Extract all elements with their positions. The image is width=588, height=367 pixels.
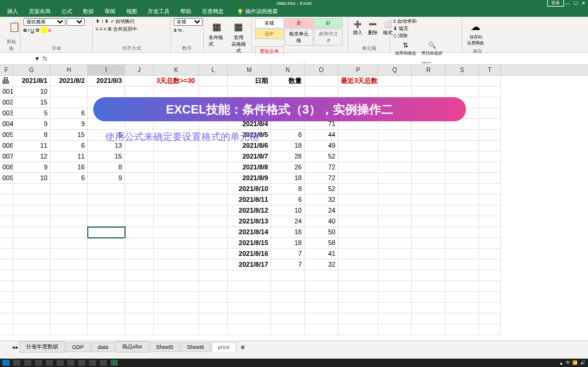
empty-cell[interactable]	[0, 292, 13, 303]
close-icon[interactable]: ✕	[581, 1, 586, 6]
data-cell[interactable]	[412, 249, 446, 259]
underline-button[interactable]: U	[31, 28, 34, 33]
col-header-N[interactable]: N	[271, 65, 305, 75]
data-cell[interactable]	[446, 227, 479, 238]
data-cell[interactable]: 12	[13, 151, 51, 162]
data-cell[interactable]: 9	[88, 173, 125, 184]
empty-cell[interactable]	[271, 324, 305, 335]
minimize-icon[interactable]: —	[565, 1, 570, 6]
header-cell[interactable]: 最近3天总数>=70	[338, 76, 378, 86]
empty-cell[interactable]	[13, 270, 51, 281]
search-icon[interactable]	[13, 360, 20, 366]
empty-cell[interactable]	[338, 324, 378, 335]
baidu-save-button[interactable]: ☁ 保存到 百度网盘	[465, 18, 486, 47]
data-cell[interactable]	[154, 151, 199, 162]
data-cell[interactable]	[338, 216, 378, 227]
data-cell[interactable]	[199, 151, 228, 162]
baidu-icon[interactable]	[100, 360, 107, 366]
maximize-icon[interactable]: ☐	[574, 1, 578, 6]
data-cell[interactable]: 41	[305, 249, 338, 259]
sheet-tab[interactable]: price	[212, 342, 237, 352]
data-cell[interactable]: 72	[305, 173, 338, 184]
start-icon[interactable]	[2, 360, 10, 366]
col-header-P[interactable]: P	[338, 65, 378, 75]
add-sheet-icon[interactable]: ⊕	[237, 343, 249, 351]
data-cell[interactable]	[51, 195, 88, 205]
data-cell[interactable]	[412, 151, 446, 162]
data-cell[interactable]	[13, 227, 51, 238]
data-cell[interactable]	[479, 119, 501, 130]
empty-cell[interactable]	[228, 281, 271, 292]
style-explain[interactable]: 解释性文本	[314, 29, 343, 46]
data-cell[interactable]	[412, 162, 446, 173]
empty-cell[interactable]	[199, 281, 228, 292]
empty-cell[interactable]	[199, 292, 228, 303]
data-cell[interactable]	[479, 259, 501, 270]
data-cell[interactable]	[51, 205, 88, 216]
data-cell[interactable]	[154, 184, 199, 195]
empty-cell[interactable]	[412, 281, 446, 292]
data-cell[interactable]	[199, 216, 228, 227]
tab-view[interactable]: 视图	[121, 7, 142, 17]
data-cell[interactable]: 2021/8/15	[228, 238, 271, 249]
data-cell[interactable]	[446, 141, 479, 151]
data-cell[interactable]	[88, 259, 125, 270]
tab-dev[interactable]: 开发工具	[143, 7, 174, 17]
data-cell[interactable]	[378, 259, 412, 270]
empty-cell[interactable]	[271, 270, 305, 281]
data-cell[interactable]	[13, 205, 51, 216]
sheet-tab[interactable]: GDP	[66, 342, 91, 352]
data-cell[interactable]	[378, 141, 412, 151]
data-cell[interactable]	[154, 205, 199, 216]
data-cell[interactable]: 8	[271, 184, 305, 195]
empty-cell[interactable]	[199, 324, 228, 335]
empty-cell[interactable]	[378, 314, 412, 324]
data-cell[interactable]: 26	[271, 162, 305, 173]
excel-icon[interactable]	[111, 360, 118, 366]
data-cell[interactable]	[338, 249, 378, 259]
header-cell[interactable]: 3天总数>=30	[154, 76, 199, 86]
data-cell[interactable]: 002	[0, 97, 13, 108]
data-cell[interactable]: 9	[51, 119, 88, 130]
data-cell[interactable]: 7	[271, 259, 305, 270]
data-cell[interactable]	[0, 216, 13, 227]
data-cell[interactable]	[446, 86, 479, 97]
empty-cell[interactable]	[88, 314, 125, 324]
data-cell[interactable]	[338, 259, 378, 270]
data-cell[interactable]	[199, 227, 228, 238]
empty-cell[interactable]	[479, 303, 501, 314]
empty-cell[interactable]	[88, 270, 125, 281]
data-cell[interactable]	[412, 173, 446, 184]
data-cell[interactable]: 18	[271, 141, 305, 151]
empty-cell[interactable]	[305, 314, 338, 324]
data-cell[interactable]: 8	[88, 162, 125, 173]
empty-cell[interactable]	[125, 292, 154, 303]
col-header-H[interactable]: H	[51, 65, 88, 75]
font-color-button[interactable]: A	[48, 28, 51, 33]
comma-icon[interactable]: ,	[183, 28, 185, 33]
sheet-tab[interactable]: 分省年度数据	[19, 341, 65, 353]
data-cell[interactable]	[125, 249, 154, 259]
empty-cell[interactable]	[338, 281, 378, 292]
data-cell[interactable]	[479, 97, 501, 108]
data-cell[interactable]	[154, 259, 199, 270]
data-cell[interactable]	[378, 216, 412, 227]
empty-cell[interactable]	[305, 324, 338, 335]
empty-cell[interactable]	[13, 314, 51, 324]
data-cell[interactable]	[125, 151, 154, 162]
data-cell[interactable]: 52	[305, 184, 338, 195]
data-cell[interactable]	[412, 184, 446, 195]
data-cell[interactable]: 44	[305, 130, 338, 141]
empty-cell[interactable]	[13, 281, 51, 292]
data-cell[interactable]	[378, 162, 412, 173]
data-cell[interactable]	[125, 173, 154, 184]
data-cell[interactable]	[154, 162, 199, 173]
data-cell[interactable]	[446, 130, 479, 141]
data-cell[interactable]	[125, 195, 154, 205]
tab-formula[interactable]: 公式	[57, 7, 77, 17]
volume-icon[interactable]: 🔊	[580, 360, 586, 365]
data-cell[interactable]	[479, 162, 501, 173]
data-cell[interactable]	[479, 151, 501, 162]
data-cell[interactable]	[125, 227, 154, 238]
data-cell[interactable]	[412, 259, 446, 270]
